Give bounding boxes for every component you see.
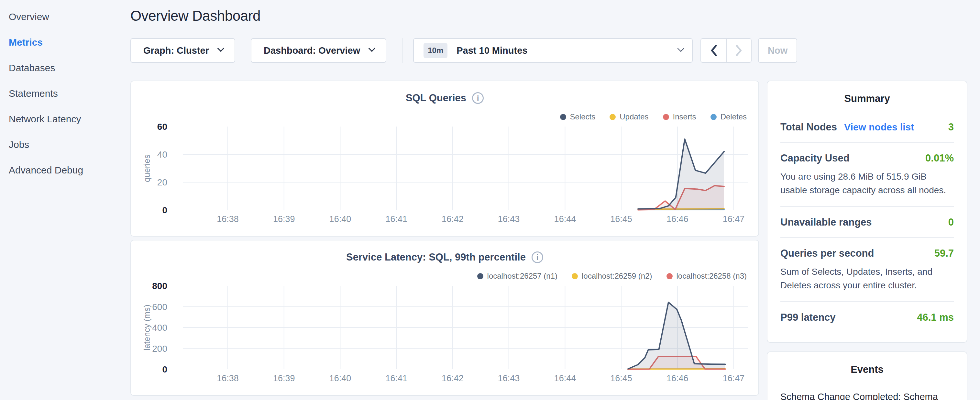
main-content: Overview Dashboard Graph: Cluster Dashbo… — [130, 0, 980, 400]
svg-text:20: 20 — [157, 177, 167, 187]
events-card: Events Schema Change Completed: Schema c… — [767, 351, 967, 400]
svg-text:16:46: 16:46 — [667, 373, 689, 383]
svg-text:16:40: 16:40 — [329, 373, 352, 383]
sql-queries-legend: SelectsUpdatesInsertsDeletes — [560, 112, 747, 121]
events-title: Events — [780, 364, 954, 375]
event-message: Schema Change Completed: Schema change w… — [780, 390, 954, 400]
sidebar-item-network-latency[interactable]: Network Latency — [0, 106, 130, 132]
sql-queries-plot: 16:3816:3916:4016:4116:4216:4316:4416:45… — [131, 81, 758, 236]
svg-text:queries: queries — [142, 155, 152, 182]
chart-canvas: 16:3816:3916:4016:4116:4216:4316:4416:45… — [131, 81, 758, 236]
legend-label: Inserts — [673, 112, 696, 121]
graph-dropdown[interactable]: Graph: Cluster — [130, 38, 235, 63]
summary-row-value: 59.7 — [934, 247, 954, 259]
svg-text:16:44: 16:44 — [554, 214, 576, 224]
summary-row-queries-per-second: Queries per second 59.7 Sum of Selects, … — [780, 238, 954, 301]
legend-label: localhost:26258 (n3) — [676, 271, 747, 280]
svg-text:16:46: 16:46 — [667, 214, 689, 224]
chart-card-service-latency: 16:3816:3916:4016:4116:4216:4316:4416:45… — [130, 240, 759, 396]
svg-text:0: 0 — [162, 364, 167, 375]
svg-text:16:41: 16:41 — [385, 214, 407, 224]
summary-row-description: Sum of Selects, Updates, Inserts, and De… — [780, 265, 954, 292]
chevron-down-icon — [217, 45, 224, 52]
chevron-left-icon — [710, 45, 718, 56]
controls-row: Graph: Cluster Dashboard: Overview 10m P… — [130, 38, 967, 63]
svg-text:40: 40 — [157, 150, 167, 159]
svg-text:16:47: 16:47 — [723, 214, 745, 224]
event-item: Schema Change Completed: Schema change w… — [780, 390, 954, 400]
sidebar-item-jobs[interactable]: Jobs — [0, 132, 130, 157]
legend-label: localhost:26257 (n1) — [487, 271, 557, 280]
legend-dot-icon — [663, 114, 669, 120]
legend-item[interactable]: Updates — [609, 112, 648, 121]
svg-text:16:43: 16:43 — [498, 373, 520, 383]
sidebar-item-advanced-debug[interactable]: Advanced Debug — [0, 157, 130, 183]
chart-header: SQL Queries i — [131, 92, 758, 104]
legend-item[interactable]: localhost:26257 (n1) — [477, 271, 557, 280]
svg-text:16:45: 16:45 — [610, 214, 632, 224]
legend-item[interactable]: Inserts — [663, 112, 696, 121]
legend-label: Deletes — [721, 112, 747, 121]
graph-dropdown-label: Graph: Cluster — [143, 45, 209, 56]
legend-label: localhost:26259 (n2) — [582, 271, 652, 280]
summary-row-value: 46.1 ms — [917, 312, 954, 323]
info-icon[interactable]: i — [472, 92, 484, 104]
summary-row-capacity-used: Capacity Used 0.01% You are using 28.6 M… — [780, 143, 954, 206]
sidebar-nav-list: Overview Metrics Databases Statements Ne… — [0, 4, 130, 183]
summary-card: Summary Total Nodes View nodes list 3 Ca… — [767, 81, 967, 343]
legend-dot-icon — [572, 273, 578, 279]
chevron-down-icon — [678, 45, 684, 52]
chart-header: Service Latency: SQL, 99th percentile i — [131, 252, 758, 263]
time-prev-button[interactable] — [701, 39, 726, 62]
service-latency-plot: 16:3816:3916:4016:4116:4216:4316:4416:45… — [131, 241, 758, 395]
svg-text:600: 600 — [152, 302, 167, 312]
dashboard-dropdown[interactable]: Dashboard: Overview — [251, 38, 386, 63]
legend-item[interactable]: localhost:26258 (n3) — [667, 271, 747, 280]
svg-text:16:38: 16:38 — [217, 373, 239, 383]
svg-text:16:47: 16:47 — [723, 373, 745, 383]
legend-item[interactable]: Selects — [560, 112, 596, 121]
svg-text:16:45: 16:45 — [610, 373, 632, 383]
legend-dot-icon — [711, 114, 717, 120]
sidebar-item-overview[interactable]: Overview — [0, 4, 130, 29]
svg-text:0: 0 — [162, 205, 167, 215]
legend-dot-icon — [560, 114, 566, 120]
charts-column: 16:3816:3916:4016:4116:4216:4316:4416:45… — [130, 81, 759, 396]
svg-text:200: 200 — [152, 344, 167, 354]
legend-item[interactable]: localhost:26259 (n2) — [572, 271, 652, 280]
svg-text:16:42: 16:42 — [442, 373, 464, 383]
chart-title-service-latency: Service Latency: SQL, 99th percentile — [346, 252, 526, 263]
svg-text:800: 800 — [152, 281, 167, 291]
svg-text:latency (ms): latency (ms) — [142, 304, 152, 351]
sidebar: Overview Metrics Databases Statements Ne… — [0, 0, 130, 400]
now-button[interactable]: Now — [758, 38, 797, 63]
info-icon[interactable]: i — [531, 252, 543, 263]
time-range-dropdown[interactable]: 10m Past 10 Minutes — [413, 38, 693, 63]
legend-dot-icon — [609, 114, 616, 120]
sidebar-item-databases[interactable]: Databases — [0, 55, 130, 81]
svg-text:16:43: 16:43 — [498, 214, 520, 224]
summary-row-label: Queries per second — [780, 247, 874, 259]
summary-row-label: P99 latency — [780, 312, 836, 323]
time-next-button[interactable] — [726, 39, 751, 62]
summary-row-description: You are using 28.6 MiB of 515.9 GiB usab… — [780, 170, 954, 197]
summary-row-label: Capacity Used — [780, 153, 850, 164]
svg-text:16:39: 16:39 — [273, 373, 295, 383]
legend-label: Selects — [570, 112, 596, 121]
series-area — [638, 139, 724, 210]
summary-row-label: Total Nodes — [780, 121, 837, 133]
sidebar-item-metrics[interactable]: Metrics — [0, 29, 130, 55]
legend-dot-icon — [477, 273, 484, 279]
time-nav-group — [700, 38, 752, 63]
dashboard-dropdown-label: Dashboard: Overview — [264, 45, 360, 56]
svg-text:16:44: 16:44 — [554, 373, 576, 383]
view-nodes-list-link[interactable]: View nodes list — [844, 122, 914, 133]
summary-row-value: 0 — [948, 217, 954, 228]
legend-item[interactable]: Deletes — [711, 112, 747, 121]
summary-row-label: Unavailable ranges — [780, 217, 872, 228]
sidebar-item-statements[interactable]: Statements — [0, 81, 130, 106]
summary-row-total-nodes: Total Nodes View nodes list 3 — [780, 105, 954, 142]
legend-dot-icon — [667, 273, 673, 279]
svg-text:16:41: 16:41 — [385, 373, 407, 383]
side-column: Summary Total Nodes View nodes list 3 Ca… — [767, 81, 967, 400]
